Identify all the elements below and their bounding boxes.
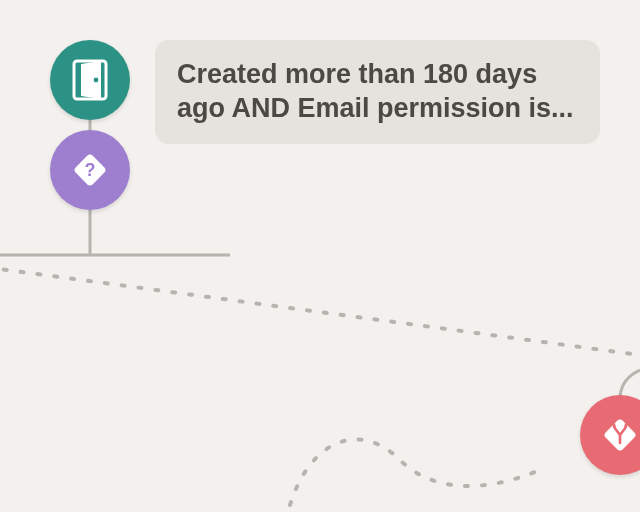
- flow-canvas: Created more than 180 days ago AND Email…: [0, 0, 640, 512]
- entry-label[interactable]: Created more than 180 days ago AND Email…: [155, 40, 600, 144]
- svg-line-3: [0, 265, 640, 355]
- question-diamond-icon: ?: [68, 148, 112, 192]
- decision-node[interactable]: ?: [50, 130, 130, 210]
- entry-node[interactable]: [50, 40, 130, 120]
- door-icon: [71, 59, 109, 101]
- svg-point-5: [94, 78, 99, 83]
- entry-label-text: Created more than 180 days ago AND Email…: [177, 58, 578, 126]
- svg-text:?: ?: [85, 160, 96, 180]
- branch-diamond-icon: [598, 413, 640, 457]
- split-node[interactable]: [580, 395, 640, 475]
